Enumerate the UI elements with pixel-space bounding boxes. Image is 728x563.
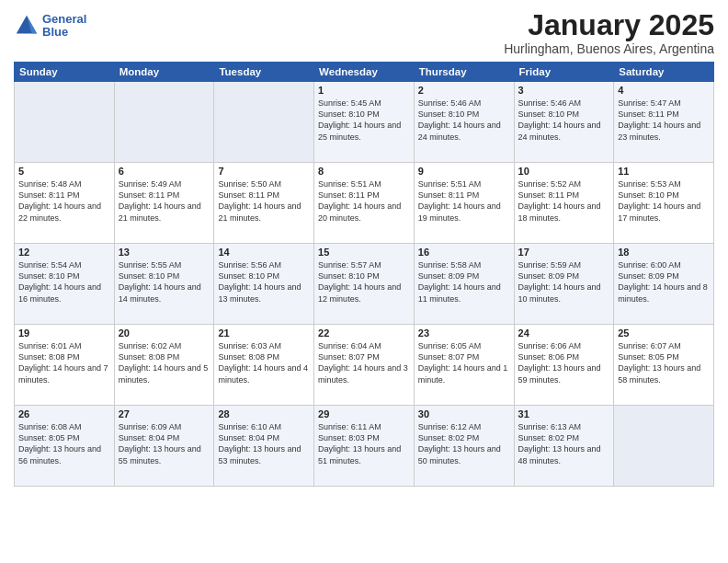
- day-info: Sunrise: 6:10 AM Sunset: 8:04 PM Dayligh…: [218, 421, 310, 466]
- day-number: 19: [18, 327, 110, 339]
- day-info: Sunrise: 6:13 AM Sunset: 8:02 PM Dayligh…: [518, 421, 610, 466]
- day-number: 11: [618, 166, 710, 177]
- title-block: January 2025 Hurlingham, Buenos Aires, A…: [504, 9, 714, 56]
- day-info: Sunrise: 5:56 AM Sunset: 8:10 PM Dayligh…: [218, 259, 310, 304]
- table-row: [114, 82, 214, 163]
- table-row: 20Sunrise: 6:02 AM Sunset: 8:08 PM Dayli…: [114, 325, 214, 406]
- table-row: 5Sunrise: 5:48 AM Sunset: 8:11 PM Daylig…: [15, 163, 115, 244]
- day-info: Sunrise: 6:08 AM Sunset: 8:05 PM Dayligh…: [18, 421, 110, 466]
- day-info: Sunrise: 5:50 AM Sunset: 8:11 PM Dayligh…: [218, 178, 310, 224]
- day-number: 10: [518, 166, 610, 177]
- table-row: 24Sunrise: 6:06 AM Sunset: 8:06 PM Dayli…: [514, 325, 614, 406]
- table-row: 27Sunrise: 6:09 AM Sunset: 8:04 PM Dayli…: [114, 406, 214, 487]
- day-number: 7: [218, 166, 310, 177]
- table-row: 13Sunrise: 5:55 AM Sunset: 8:10 PM Dayli…: [114, 244, 214, 325]
- table-row: 2Sunrise: 5:46 AM Sunset: 8:10 PM Daylig…: [414, 82, 514, 163]
- day-info: Sunrise: 5:57 AM Sunset: 8:10 PM Dayligh…: [318, 259, 410, 304]
- day-number: 6: [119, 166, 210, 177]
- table-row: 26Sunrise: 6:08 AM Sunset: 8:05 PM Dayli…: [15, 406, 115, 487]
- calendar-week-row: 1Sunrise: 5:45 AM Sunset: 8:10 PM Daylig…: [15, 82, 714, 163]
- day-info: Sunrise: 6:09 AM Sunset: 8:04 PM Dayligh…: [119, 421, 210, 466]
- day-number: 13: [119, 247, 210, 258]
- table-row: 28Sunrise: 6:10 AM Sunset: 8:04 PM Dayli…: [214, 406, 314, 487]
- table-row: 8Sunrise: 5:51 AM Sunset: 8:11 PM Daylig…: [314, 163, 415, 244]
- table-row: 9Sunrise: 5:51 AM Sunset: 8:11 PM Daylig…: [414, 163, 514, 244]
- location: Hurlingham, Buenos Aires, Argentina: [504, 41, 714, 56]
- day-info: Sunrise: 5:58 AM Sunset: 8:09 PM Dayligh…: [418, 259, 510, 304]
- day-number: 4: [618, 85, 710, 96]
- table-row: 19Sunrise: 6:01 AM Sunset: 8:08 PM Dayli…: [15, 325, 115, 406]
- day-number: 14: [218, 247, 310, 258]
- day-number: 1: [318, 85, 410, 96]
- day-info: Sunrise: 6:11 AM Sunset: 8:03 PM Dayligh…: [318, 421, 410, 466]
- day-number: 23: [418, 327, 510, 339]
- page: General Blue January 2025 Hurlingham, Bu…: [0, 0, 728, 563]
- table-row: 29Sunrise: 6:11 AM Sunset: 8:03 PM Dayli…: [314, 406, 415, 487]
- day-number: 20: [119, 327, 210, 339]
- table-row: 15Sunrise: 5:57 AM Sunset: 8:10 PM Dayli…: [314, 244, 415, 325]
- table-row: [214, 82, 314, 163]
- table-row: 17Sunrise: 5:59 AM Sunset: 8:09 PM Dayli…: [514, 244, 614, 325]
- logo-line2: Blue: [42, 26, 86, 39]
- table-row: 22Sunrise: 6:04 AM Sunset: 8:07 PM Dayli…: [314, 325, 415, 406]
- table-row: 12Sunrise: 5:54 AM Sunset: 8:10 PM Dayli…: [15, 244, 115, 325]
- col-thursday: Thursday: [414, 63, 514, 82]
- day-number: 26: [18, 408, 110, 419]
- day-number: 9: [418, 166, 510, 177]
- day-number: 27: [119, 408, 210, 419]
- day-number: 22: [318, 327, 410, 339]
- day-number: 29: [318, 408, 410, 419]
- day-number: 21: [218, 327, 310, 339]
- calendar: Sunday Monday Tuesday Wednesday Thursday…: [14, 62, 714, 487]
- logo-line1: General: [42, 13, 86, 26]
- day-info: Sunrise: 5:48 AM Sunset: 8:11 PM Dayligh…: [18, 178, 110, 224]
- logo-icon: [14, 13, 40, 39]
- day-number: 30: [418, 408, 510, 419]
- day-number: 8: [318, 166, 410, 177]
- col-monday: Monday: [114, 63, 214, 82]
- table-row: 31Sunrise: 6:13 AM Sunset: 8:02 PM Dayli…: [514, 406, 614, 487]
- table-row: 1Sunrise: 5:45 AM Sunset: 8:10 PM Daylig…: [314, 82, 415, 163]
- day-info: Sunrise: 5:47 AM Sunset: 8:11 PM Dayligh…: [618, 98, 710, 143]
- day-info: Sunrise: 6:06 AM Sunset: 8:06 PM Dayligh…: [518, 340, 610, 385]
- day-info: Sunrise: 5:49 AM Sunset: 8:11 PM Dayligh…: [119, 178, 210, 224]
- day-info: Sunrise: 6:04 AM Sunset: 8:07 PM Dayligh…: [318, 340, 410, 385]
- day-number: 17: [518, 247, 610, 258]
- table-row: 30Sunrise: 6:12 AM Sunset: 8:02 PM Dayli…: [414, 406, 514, 487]
- day-number: 12: [18, 247, 110, 258]
- calendar-week-row: 26Sunrise: 6:08 AM Sunset: 8:05 PM Dayli…: [15, 406, 714, 487]
- day-info: Sunrise: 6:07 AM Sunset: 8:05 PM Dayligh…: [618, 340, 710, 385]
- day-info: Sunrise: 5:51 AM Sunset: 8:11 PM Dayligh…: [318, 178, 410, 224]
- logo-text: General Blue: [42, 13, 86, 40]
- day-info: Sunrise: 5:55 AM Sunset: 8:10 PM Dayligh…: [119, 259, 210, 304]
- header: General Blue January 2025 Hurlingham, Bu…: [14, 9, 714, 56]
- day-number: 15: [318, 247, 410, 258]
- day-info: Sunrise: 6:00 AM Sunset: 8:09 PM Dayligh…: [618, 259, 710, 304]
- table-row: 6Sunrise: 5:49 AM Sunset: 8:11 PM Daylig…: [114, 163, 214, 244]
- table-row: 18Sunrise: 6:00 AM Sunset: 8:09 PM Dayli…: [614, 244, 714, 325]
- day-info: Sunrise: 5:53 AM Sunset: 8:10 PM Dayligh…: [618, 178, 710, 224]
- month-year: January 2025: [504, 9, 714, 41]
- day-number: 18: [618, 247, 710, 258]
- table-row: 4Sunrise: 5:47 AM Sunset: 8:11 PM Daylig…: [614, 82, 714, 163]
- day-info: Sunrise: 5:45 AM Sunset: 8:10 PM Dayligh…: [318, 98, 410, 143]
- table-row: 16Sunrise: 5:58 AM Sunset: 8:09 PM Dayli…: [414, 244, 514, 325]
- calendar-header-row: Sunday Monday Tuesday Wednesday Thursday…: [15, 63, 714, 82]
- day-number: 5: [18, 166, 110, 177]
- day-info: Sunrise: 5:52 AM Sunset: 8:11 PM Dayligh…: [518, 178, 610, 224]
- col-friday: Friday: [514, 63, 614, 82]
- table-row: 14Sunrise: 5:56 AM Sunset: 8:10 PM Dayli…: [214, 244, 314, 325]
- table-row: 23Sunrise: 6:05 AM Sunset: 8:07 PM Dayli…: [414, 325, 514, 406]
- table-row: 10Sunrise: 5:52 AM Sunset: 8:11 PM Dayli…: [514, 163, 614, 244]
- day-info: Sunrise: 6:05 AM Sunset: 8:07 PM Dayligh…: [418, 340, 510, 385]
- calendar-week-row: 19Sunrise: 6:01 AM Sunset: 8:08 PM Dayli…: [15, 325, 714, 406]
- day-number: 16: [418, 247, 510, 258]
- calendar-week-row: 5Sunrise: 5:48 AM Sunset: 8:11 PM Daylig…: [15, 163, 714, 244]
- table-row: [614, 406, 714, 487]
- day-info: Sunrise: 5:54 AM Sunset: 8:10 PM Dayligh…: [18, 259, 110, 304]
- day-info: Sunrise: 6:03 AM Sunset: 8:08 PM Dayligh…: [218, 340, 310, 385]
- day-number: 3: [518, 85, 610, 96]
- table-row: 25Sunrise: 6:07 AM Sunset: 8:05 PM Dayli…: [614, 325, 714, 406]
- table-row: 3Sunrise: 5:46 AM Sunset: 8:10 PM Daylig…: [514, 82, 614, 163]
- table-row: 21Sunrise: 6:03 AM Sunset: 8:08 PM Dayli…: [214, 325, 314, 406]
